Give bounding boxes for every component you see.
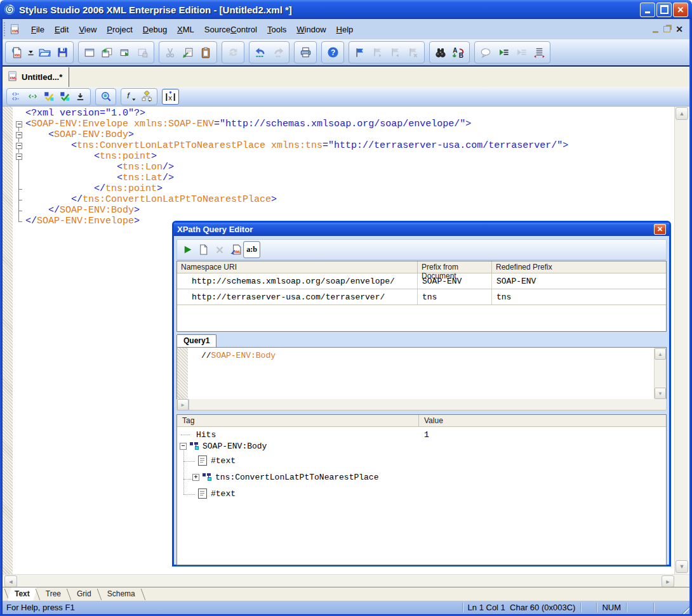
mdi-restore-button[interactable] <box>663 26 670 32</box>
find-button[interactable] <box>432 44 449 62</box>
cut-button[interactable] <box>161 44 179 62</box>
header-namespace-uri[interactable]: Namespace URI <box>177 261 418 273</box>
header-tag[interactable]: Tag <box>177 415 419 426</box>
result-row[interactable]: #text <box>177 452 666 469</box>
prefix-ab-button[interactable]: a:b <box>243 241 260 258</box>
redo-button[interactable] <box>269 44 287 62</box>
new-query-button[interactable] <box>196 242 211 258</box>
undo-button[interactable] <box>251 44 269 62</box>
mdi-close-button[interactable]: ✕ <box>675 25 683 34</box>
new-xml-document-button[interactable]: XML <box>8 44 25 62</box>
query-editor[interactable]: //SOAP-ENV:Body ▲ ▼ <box>176 347 667 400</box>
dialog-close-button[interactable]: ✕ <box>654 224 666 235</box>
view-tab-tree[interactable]: Tree <box>38 587 69 601</box>
editor-horizontal-scrollbar[interactable]: ◄ ► <box>3 574 689 587</box>
close-button[interactable]: ✕ <box>673 3 688 17</box>
dialog-title-bar[interactable]: XPath Query Editor ✕ <box>174 223 669 236</box>
prev-bookmark-button[interactable] <box>387 44 404 62</box>
namespace-table-header[interactable]: Namespace URI Prefix from Document Redef… <box>177 261 666 273</box>
result-row[interactable]: SOAP-ENV:Body <box>177 440 666 452</box>
collapse-icon[interactable] <box>180 443 187 450</box>
menu-help[interactable]: Help <box>331 22 359 37</box>
header-value[interactable]: Value <box>419 415 666 426</box>
paste-button[interactable] <box>197 44 215 62</box>
new-document-dropdown-button[interactable] <box>25 44 36 62</box>
scroll-left-button[interactable]: ◄ <box>4 575 17 587</box>
scroll-up-button[interactable]: ▲ <box>675 107 688 120</box>
code-line[interactable]: </tns:point> <box>13 183 674 194</box>
export-result-button[interactable]: XML <box>227 242 243 258</box>
run-query-button[interactable] <box>180 242 196 258</box>
header-redefined-prefix[interactable]: Redefined Prefix <box>492 261 666 273</box>
editor-vertical-scrollbar[interactable]: ▲ ▼ <box>674 106 688 574</box>
query-scroll-right-button[interactable]: ► <box>177 399 189 410</box>
scroll-down-button[interactable]: ▼ <box>675 560 688 573</box>
open-in-window-button[interactable] <box>98 44 116 62</box>
save-button[interactable] <box>53 44 71 62</box>
window-locked-button[interactable] <box>134 44 152 62</box>
code-line[interactable]: <tns:Lat/> <box>13 173 674 183</box>
menu-project[interactable]: Project <box>102 22 137 37</box>
menu-debug[interactable]: Debug <box>138 22 172 37</box>
result-row[interactable]: tns:ConvertLonLatPtToNearestPlace <box>177 469 666 485</box>
document-tab[interactable]: XML Untitled...* <box>3 67 69 87</box>
comment-button[interactable] <box>477 44 495 62</box>
view-tab-grid[interactable]: Grid <box>69 587 99 601</box>
query-tab[interactable]: Query1 <box>176 334 216 347</box>
view-tab-schema[interactable]: Schema <box>100 587 143 601</box>
clear-bookmarks-button[interactable] <box>404 44 422 62</box>
menu-edit[interactable]: Edit <box>50 22 74 37</box>
menu-view[interactable]: View <box>74 22 102 37</box>
print-button[interactable] <box>296 44 314 62</box>
code-line[interactable]: <tns:ConvertLonLatPtToNearestPlace xmlns… <box>13 140 674 151</box>
menu-file[interactable]: File <box>26 22 50 37</box>
mdi-minimize-button[interactable] <box>653 31 658 33</box>
open-button[interactable] <box>36 44 53 62</box>
check-wellformed-button[interactable] <box>57 89 72 104</box>
code-line[interactable]: <tns:Lon/> <box>13 162 674 173</box>
help-button[interactable]: ? <box>324 44 342 62</box>
save-window-button[interactable] <box>116 44 134 62</box>
minimize-button[interactable] <box>640 3 655 17</box>
query-horizontal-scrollbar[interactable]: ◄ ► <box>176 399 667 410</box>
validate-button[interactable] <box>41 89 57 104</box>
query-scroll-down-button[interactable]: ▼ <box>655 388 666 399</box>
namespace-row[interactable]: http://terraserver-usa.com/terraserver/t… <box>177 289 666 305</box>
query-vertical-scrollbar[interactable]: ▲ ▼ <box>654 348 666 400</box>
bookmark-button[interactable] <box>351 44 369 62</box>
code-line[interactable]: <tns:point> <box>13 151 674 162</box>
result-row[interactable]: #text <box>177 485 666 502</box>
results-header[interactable]: Tag Value <box>177 415 666 427</box>
save-down-button[interactable] <box>72 89 88 104</box>
copy-button[interactable] <box>179 44 197 62</box>
goto-button[interactable] <box>495 44 512 62</box>
maximize-button[interactable] <box>656 3 672 17</box>
code-line[interactable]: <?xml version="1.0"?> <box>13 108 674 119</box>
header-prefix-from-document[interactable]: Prefix from Document <box>418 261 492 273</box>
toolbar-grip[interactable] <box>4 22 8 36</box>
expand-icon[interactable] <box>192 474 199 481</box>
schema-tree-button[interactable] <box>139 89 155 104</box>
replace-button[interactable]: AB <box>449 44 467 62</box>
indent-xml-button[interactable] <box>9 89 25 104</box>
xpath-query-button[interactable]: x <box>162 89 179 105</box>
shift-lines-button[interactable] <box>530 44 548 62</box>
code-area[interactable]: <?xml version="1.0"?><SOAP-ENV:Envelope … <box>13 108 674 226</box>
code-line[interactable]: <SOAP-ENV:Body> <box>13 129 674 140</box>
scroll-right-button[interactable]: ► <box>662 575 674 587</box>
functions-button[interactable]: f <box>123 89 139 104</box>
code-line[interactable]: <SOAP-ENV:Envelope xmlns:SOAP-ENV="http:… <box>13 119 674 129</box>
result-row[interactable]: Hits1 <box>177 429 666 440</box>
namespace-row[interactable]: http://schemas.xmlsoap.org/soap/envelope… <box>177 273 666 289</box>
code-line[interactable]: </SOAP-ENV:Body> <box>13 205 674 216</box>
view-tab-text[interactable]: Text <box>7 587 37 601</box>
menu-tools[interactable]: Tools <box>262 22 291 37</box>
delete-query-button[interactable] <box>211 242 227 258</box>
menu-sourcecontrol[interactable]: SourceControl <box>199 22 262 37</box>
new-window-button[interactable] <box>81 44 98 62</box>
menu-xml[interactable]: XML <box>172 22 199 37</box>
query-scroll-up-button[interactable]: ▲ <box>655 348 666 360</box>
preview-button[interactable] <box>98 89 114 104</box>
resize-grip[interactable] <box>679 604 689 614</box>
query-text[interactable]: //SOAP-ENV:Body <box>201 351 276 360</box>
